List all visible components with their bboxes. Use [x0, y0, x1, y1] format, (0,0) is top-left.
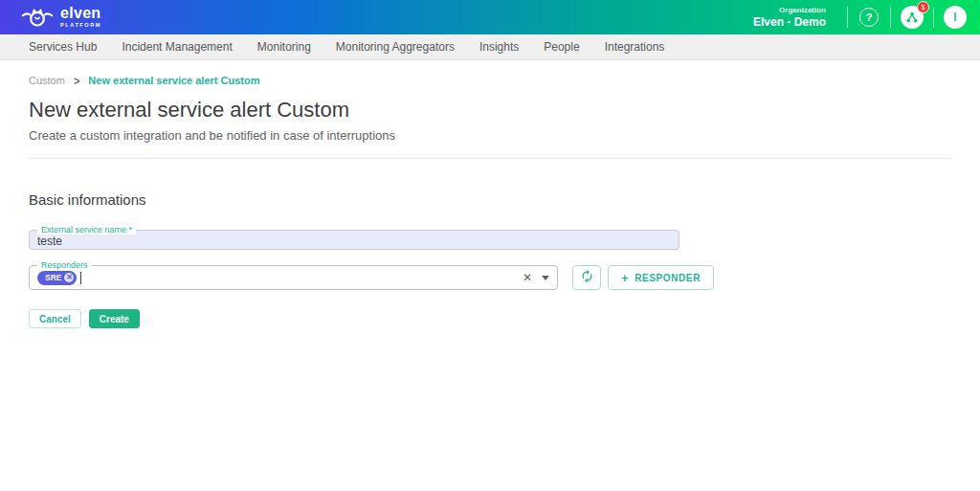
notification-badge: 1: [917, 1, 929, 13]
chip-remove-icon[interactable]: ✕: [64, 273, 74, 282]
create-button[interactable]: Create: [89, 309, 140, 328]
user-avatar[interactable]: I: [944, 6, 967, 29]
external-service-name-label: External service name *: [37, 225, 136, 234]
nav-item-incident-management[interactable]: Incident Management: [122, 40, 232, 54]
nav-item-insights[interactable]: Insights: [479, 40, 519, 54]
main-nav: Services Hub Incident Management Monitor…: [0, 34, 980, 60]
app-header: elven PLATFORM Organization Elven - Demo…: [0, 0, 980, 34]
nav-item-services-hub[interactable]: Services Hub: [29, 40, 97, 54]
help-button[interactable]: ?: [858, 6, 880, 29]
nav-item-integrations[interactable]: Integrations: [605, 40, 665, 54]
organization-block[interactable]: Organization Elven - Demo: [753, 6, 826, 30]
responder-chip-label: SRE: [45, 273, 61, 282]
text-cursor: [80, 272, 81, 284]
organization-name: Elven - Demo: [753, 15, 826, 30]
add-responder-label: RESPONDER: [635, 273, 701, 283]
help-icon: ?: [859, 8, 879, 27]
brand-logo[interactable]: elven PLATFORM: [21, 6, 101, 29]
refresh-icon: [580, 269, 594, 287]
page-content: Custom > New external service alert Cust…: [0, 75, 980, 328]
responders-field[interactable]: Responders SRE ✕ ✕: [29, 265, 558, 290]
chevron-right-icon: >: [74, 74, 79, 87]
responder-chip-sre[interactable]: SRE ✕: [37, 271, 77, 285]
responders-label: Responders: [37, 260, 92, 270]
section-title: Basic informations: [29, 191, 951, 208]
nav-item-people[interactable]: People: [544, 40, 579, 54]
breadcrumb: Custom > New external service alert Cust…: [29, 75, 951, 86]
section-divider: [29, 158, 951, 159]
refresh-responders-button[interactable]: [572, 265, 601, 290]
owl-logo-icon: [21, 6, 54, 29]
form-actions: Cancel Create: [29, 309, 951, 328]
add-responder-button[interactable]: + RESPONDER: [608, 265, 714, 290]
brand-text: elven PLATFORM: [60, 6, 101, 29]
integrations-status-button[interactable]: 1: [901, 6, 924, 29]
plus-icon: +: [621, 271, 629, 285]
header-right: Organization Elven - Demo ? 1 I: [753, 6, 967, 30]
responders-row: Responders SRE ✕ ✕ + RESPONDER: [29, 265, 951, 290]
nav-item-monitoring[interactable]: Monitoring: [257, 40, 311, 54]
brand-name: elven: [60, 6, 101, 21]
page-subtitle: Create a custom integration and be notif…: [29, 128, 951, 143]
header-divider: [847, 7, 848, 28]
page-title: New external service alert Custom: [29, 98, 951, 123]
breadcrumb-current[interactable]: New external service alert Custom: [88, 75, 259, 86]
cancel-button[interactable]: Cancel: [29, 309, 81, 328]
header-divider: [890, 7, 891, 28]
header-divider: [933, 7, 934, 28]
avatar-initial: I: [953, 11, 956, 24]
breadcrumb-parent[interactable]: Custom: [29, 75, 65, 86]
external-service-name-field: External service name *: [29, 230, 679, 250]
dropdown-arrow-icon[interactable]: [542, 276, 549, 280]
organization-label: Organization: [753, 6, 826, 15]
clear-icon[interactable]: ✕: [523, 271, 532, 284]
nav-item-monitoring-aggregators[interactable]: Monitoring Aggregators: [336, 40, 455, 54]
brand-sub: PLATFORM: [60, 23, 101, 29]
